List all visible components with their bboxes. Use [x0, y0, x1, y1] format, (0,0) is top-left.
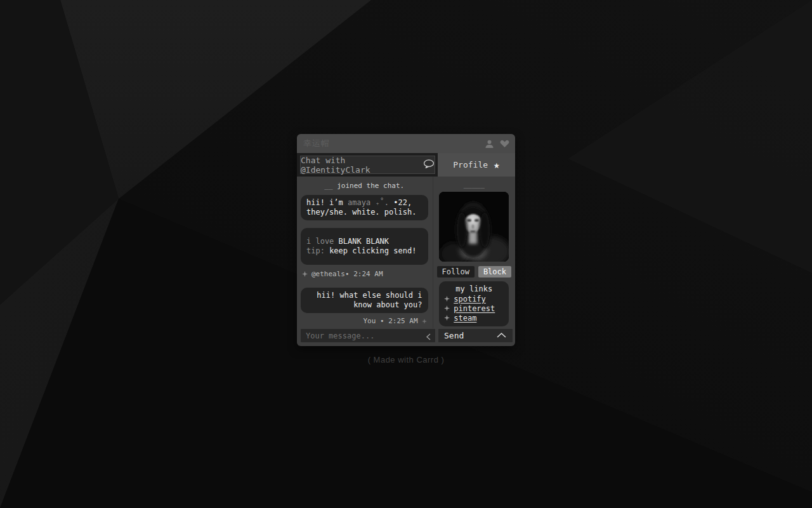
heart-icon[interactable]: [500, 139, 509, 148]
sender-timestamp: You • 2:25 AM: [363, 317, 417, 325]
title-bar: 幸运帽: [297, 134, 515, 153]
message-input[interactable]: [301, 329, 435, 342]
chat-message: i love BLANK BLANK tip: keep clicking se…: [301, 228, 428, 265]
link-spotify[interactable]: spotify: [454, 295, 486, 304]
sparkle-icon: [444, 315, 450, 321]
user-icon[interactable]: [485, 139, 494, 149]
link-pinterest[interactable]: pinterest: [454, 304, 495, 313]
send-label: Send: [444, 331, 464, 340]
sparkle-icon: [444, 296, 450, 302]
link-row: pinterest: [443, 304, 505, 313]
message-meta: @etheals• 2:24 AM: [301, 270, 428, 278]
profile-tab-label: Profile: [453, 160, 488, 170]
sender-timestamp: @etheals• 2:24 AM: [311, 270, 383, 278]
profile-photo: [439, 192, 509, 262]
chat-tab-label: Chat with @IdentityClark: [301, 156, 417, 175]
composer-row: Send: [297, 328, 515, 346]
joined-text: joined the chat.: [333, 182, 405, 190]
carrd-footer[interactable]: ( Made with Carrd ): [0, 355, 812, 364]
links-box: my links spotify pinterest steam: [439, 281, 509, 326]
tabs-row: Chat with @IdentityClark Profile ★: [297, 153, 515, 177]
send-button[interactable]: Send: [438, 329, 513, 342]
widget-body: __ joined the chat. hii! i’m amaya ₊˚. •…: [297, 177, 515, 328]
follow-button[interactable]: Follow: [437, 266, 475, 277]
sparkle-icon: [302, 271, 308, 277]
chevron-up-icon: [496, 331, 507, 340]
chat-panel: __ joined the chat. hii! i’m amaya ₊˚. •…: [297, 177, 433, 328]
profile-divider: _____: [464, 182, 485, 188]
chevron-left-icon: [425, 331, 432, 344]
joined-notice: __ joined the chat.: [301, 182, 428, 190]
message-meta: You • 2:25 AM: [301, 317, 428, 325]
message-input-wrap: [301, 329, 435, 342]
window-title: 幸运帽: [303, 138, 330, 149]
sparkle-icon: [422, 319, 427, 324]
sparkle-icon: [444, 305, 450, 311]
tab-chat[interactable]: Chat with @IdentityClark: [297, 153, 438, 177]
chat-header: Chat with @IdentityClark: [300, 156, 435, 174]
chat-message: hii! i’m amaya ₊˚. •22, they/she. white.…: [301, 195, 428, 220]
tab-profile[interactable]: Profile ★: [438, 153, 515, 177]
chat-widget: 幸运帽 Chat with @IdentityClark Profile ★: [297, 134, 515, 346]
block-button[interactable]: Block: [478, 266, 511, 277]
chat-message: hii! what else should i know about you?: [301, 288, 428, 313]
link-steam[interactable]: steam: [454, 314, 476, 323]
link-row: steam: [443, 313, 505, 323]
joined-prefix: __: [324, 182, 332, 190]
profile-panel: _____: [433, 177, 515, 328]
star-icon: ★: [494, 160, 500, 170]
link-row: spotify: [443, 294, 505, 304]
profile-buttons: Follow Block: [437, 266, 511, 277]
speech-bubble-icon: [423, 159, 435, 170]
links-title: my links: [443, 284, 505, 293]
